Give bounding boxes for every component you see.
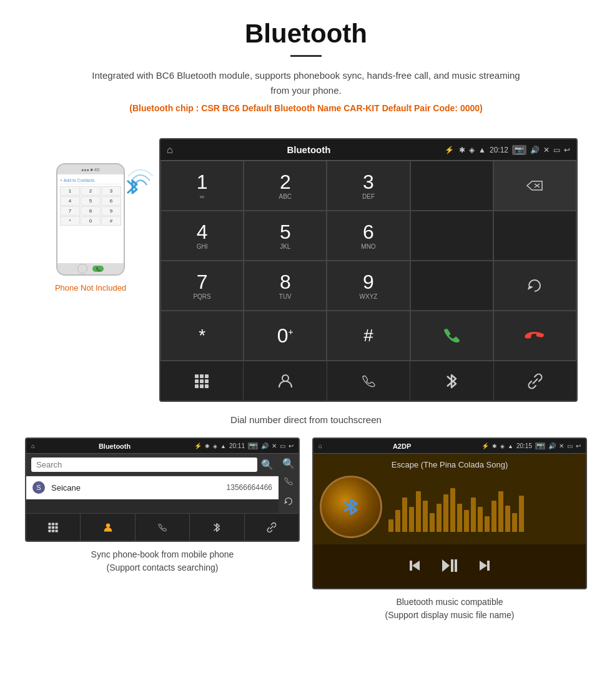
svg-rect-10 [200, 384, 204, 388]
phone-key-5[interactable]: 5 [81, 196, 101, 206]
phone-icon [360, 372, 377, 390]
music-caption: Bluetooth music compatible(Support displ… [385, 596, 515, 622]
next-button[interactable] [477, 558, 492, 577]
phone-nav-icon [157, 522, 168, 533]
search-input[interactable] [31, 458, 257, 472]
phone-key-9[interactable]: 9 [101, 206, 121, 216]
sync-side-icon[interactable] [283, 496, 294, 509]
phone-key-8[interactable]: 8 [81, 206, 101, 216]
prev-button[interactable] [407, 558, 422, 577]
dial-key-2[interactable]: 2ABC [244, 161, 327, 211]
play-pause-icon [441, 557, 458, 574]
call-red-button[interactable] [493, 311, 576, 361]
phone-key-0[interactable]: 0 [81, 216, 101, 226]
svg-rect-14 [52, 522, 54, 525]
nav-phone-icon[interactable] [327, 361, 410, 401]
bt-nav-icon [212, 521, 221, 534]
music-back-icon[interactable]: ↩ [576, 442, 581, 449]
pb-window-icon[interactable]: ▭ [280, 442, 285, 449]
phone-key-hash[interactable]: # [101, 216, 121, 226]
music-screen: ⌂ A2DP ⚡ ✱ ◈ ▲ 20:15 📷 🔊 ✕ ▭ ↩ Escape (T… [312, 438, 587, 589]
search-icon[interactable]: 🔍 [261, 458, 274, 472]
phone-screen: + Add to Contacts 1 2 3 4 5 6 7 8 9 * 0 … [57, 174, 124, 263]
music-bt-icon: ✱ [492, 443, 497, 449]
pb-vol-icon[interactable]: 🔊 [261, 442, 269, 449]
phone-key-star[interactable]: * [60, 216, 80, 226]
viz-bar [457, 504, 462, 532]
dialpad-grid: 1∞ 2ABC 3DEF 4GHI 5JKL [160, 161, 576, 361]
svg-rect-9 [195, 384, 199, 388]
pb-nav-phone[interactable] [136, 514, 190, 541]
music-vol-icon[interactable]: 🔊 [548, 442, 556, 449]
phone-key-3[interactable]: 3 [101, 186, 121, 196]
nav-bluetooth-icon[interactable] [410, 361, 493, 401]
pb-cam-icon[interactable]: 📷 [248, 442, 258, 449]
play-pause-button[interactable] [441, 557, 458, 578]
phone-key-7[interactable]: 7 [60, 206, 80, 216]
contact-avatar: S [32, 481, 45, 494]
nav-dialpad-icon[interactable] [160, 361, 244, 401]
dial-key-0[interactable]: 0+ [244, 311, 327, 361]
dial-key-1[interactable]: 1∞ [160, 161, 244, 211]
music-home-icon[interactable]: ⌂ [318, 442, 322, 449]
pb-nav-link[interactable] [245, 514, 299, 541]
music-controls [313, 549, 586, 583]
phone-side: ●●● ■ 4G + Add to Contacts 1 2 3 4 5 6 7… [34, 138, 147, 292]
pb-bt-icon: ✱ [205, 443, 210, 449]
phone-not-included-label: Phone Not Included [55, 283, 126, 292]
svg-rect-20 [52, 529, 54, 532]
music-window-icon[interactable]: ▭ [567, 442, 573, 449]
phone-key-4[interactable]: 4 [60, 196, 80, 206]
phone-key-2[interactable]: 2 [81, 186, 101, 196]
viz-bar [519, 496, 524, 532]
home-icon[interactable]: ⌂ [167, 144, 173, 156]
page-specs: (Bluetooth chip : CSR BC6 Default Blueto… [37, 103, 575, 113]
pb-home-icon[interactable]: ⌂ [31, 442, 35, 449]
close-icon[interactable]: ✕ [543, 146, 550, 154]
backspace-button[interactable] [493, 161, 576, 211]
call-green-button[interactable] [410, 311, 493, 361]
viz-bar [512, 513, 517, 532]
dial-key-4[interactable]: 4GHI [160, 211, 244, 261]
music-close-icon[interactable]: ✕ [559, 442, 564, 449]
phonebook-item[interactable]: S Seicane 13566664466 [26, 476, 279, 499]
pb-close-icon[interactable]: ✕ [272, 442, 277, 449]
back-icon[interactable]: ↩ [564, 146, 570, 154]
music-cam-icon[interactable]: 📷 [535, 442, 545, 449]
phonebook-main: 🔍 S Seicane 13566664466 [26, 454, 279, 513]
svg-marker-24 [412, 561, 420, 571]
page-description: Integrated with BC6 Bluetooth module, su… [87, 68, 525, 98]
dial-key-9[interactable]: 9WXYZ [327, 261, 410, 311]
phone-home-button [77, 264, 87, 274]
phone-key-6[interactable]: 6 [101, 196, 121, 206]
window-icon[interactable]: ▭ [553, 146, 560, 154]
main-caption: Dial number direct from touchscreen [0, 408, 612, 438]
dial-key-star[interactable]: * [160, 311, 244, 361]
phone-call-button[interactable]: 📞 [92, 266, 104, 272]
search-side-icon[interactable]: 🔍 [282, 458, 295, 469]
phone-frame: ●●● ■ 4G + Add to Contacts 1 2 3 4 5 6 7… [56, 163, 125, 276]
viz-bar [505, 506, 510, 532]
dial-key-5[interactable]: 5JKL [244, 211, 327, 261]
phone-side-icon[interactable] [283, 476, 294, 489]
reload-button[interactable] [493, 261, 576, 311]
dial-key-7[interactable]: 7PQRS [160, 261, 244, 311]
pb-nav-bluetooth[interactable] [190, 514, 244, 541]
phonebook-card: ⌂ Bluetooth ⚡ ✱ ◈ ▲ 20:11 📷 🔊 ✕ ▭ ↩ 🔍 [25, 438, 300, 622]
dial-key-6[interactable]: 6MNO [327, 211, 410, 261]
phonebook-search-bar: 🔍 [26, 454, 279, 476]
link-icon [526, 372, 544, 390]
camera-icon[interactable]: 📷 [512, 145, 526, 155]
pb-nav-grid[interactable] [26, 514, 81, 541]
music-loc-icon: ◈ [500, 443, 505, 449]
dial-key-hash[interactable]: # [327, 311, 410, 361]
volume-icon[interactable]: 🔊 [530, 146, 540, 154]
pb-back-icon[interactable]: ↩ [289, 442, 294, 449]
dial-key-3[interactable]: 3DEF [327, 161, 410, 211]
svg-point-12 [282, 375, 289, 381]
dial-key-8[interactable]: 8TUV [244, 261, 327, 311]
phone-key-1[interactable]: 1 [60, 186, 80, 196]
nav-link-icon[interactable] [494, 361, 576, 401]
nav-contacts-icon[interactable] [244, 361, 327, 401]
pb-nav-contacts[interactable] [81, 514, 135, 541]
